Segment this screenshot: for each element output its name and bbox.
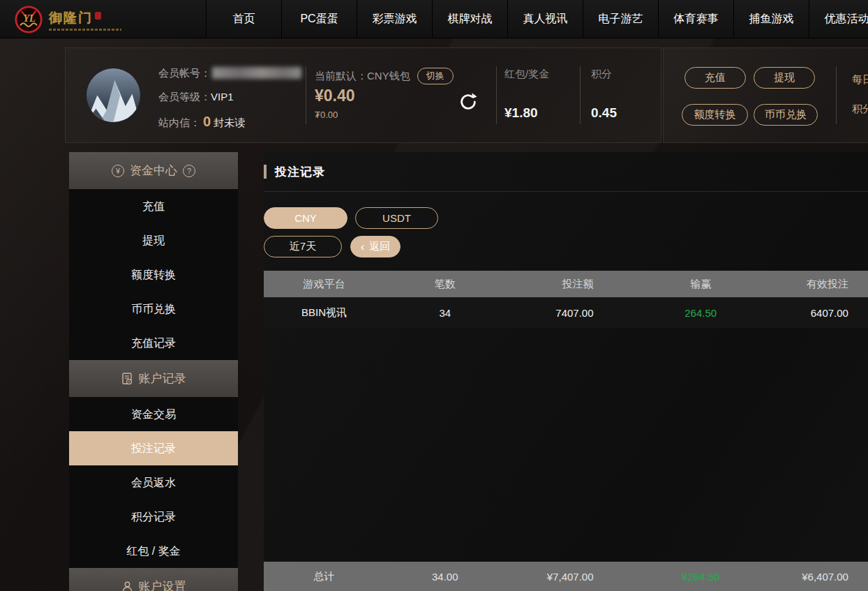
avatar-mountain-image bbox=[87, 68, 140, 122]
nav-menu: 首页 PC蛋蛋 彩票游戏 棋牌对战 真人视讯 电子游艺 体育赛事 捕鱼游戏 优惠… bbox=[206, 0, 868, 38]
summary-bet-amount: ¥7,407.00 bbox=[505, 562, 626, 591]
cell-bet-amount: 7407.00 bbox=[505, 297, 626, 328]
tab-usdt[interactable]: USDT bbox=[355, 207, 438, 229]
cell-win-loss: 264.50 bbox=[627, 297, 747, 328]
points-text: 积分 bbox=[852, 103, 868, 116]
account-label: 会员帐号： bbox=[158, 67, 211, 79]
cny-balance: ¥0.40 bbox=[315, 87, 355, 105]
nav-item-lottery[interactable]: 彩票游戏 bbox=[357, 0, 432, 38]
col-valid-bet: 有效投注 bbox=[747, 271, 868, 297]
nav-item-fishing[interactable]: 捕鱼游戏 bbox=[733, 0, 809, 38]
level-value: VIP1 bbox=[211, 91, 234, 103]
back-button[interactable]: ‹ 返回 bbox=[350, 236, 401, 257]
cell-valid-bet: 6407.00 bbox=[747, 297, 868, 328]
logo-emblem-icon: YL bbox=[14, 5, 43, 34]
site-logo[interactable]: YL 御隆门 bbox=[14, 3, 121, 36]
cell-count: 34 bbox=[384, 297, 505, 328]
ledger-icon: ¥ bbox=[121, 373, 133, 385]
col-bet-amount: 投注额 bbox=[505, 271, 626, 297]
bonus-value: ¥1.80 bbox=[504, 105, 538, 121]
deposit-button[interactable]: 充值 bbox=[684, 67, 746, 89]
tab-cny[interactable]: CNY bbox=[264, 207, 347, 229]
page-title-row: 投注记录 bbox=[264, 152, 868, 192]
title-accent-bar bbox=[264, 165, 267, 179]
sidebar-item-fund-transactions[interactable]: 资金交易 bbox=[69, 397, 238, 431]
nav-item-sports[interactable]: 体育赛事 bbox=[658, 0, 733, 38]
svg-text:YL: YL bbox=[23, 13, 36, 24]
sidebar-item-bet-records[interactable]: 投注记录 bbox=[69, 431, 238, 465]
nav-item-slots[interactable]: 电子游艺 bbox=[583, 0, 658, 38]
user-icon bbox=[121, 581, 133, 591]
points-value: 0.45 bbox=[591, 105, 617, 121]
sidebar-section-funds[interactable]: ¥ 资金中心 ? bbox=[69, 152, 238, 189]
sidebar-section-settings[interactable]: 账户设置 bbox=[69, 568, 238, 591]
logo-title: 御隆门 bbox=[49, 9, 93, 27]
cell-platform: BBIN视讯 bbox=[264, 297, 384, 328]
sidebar-item-deposit-records[interactable]: 充值记录 bbox=[69, 326, 238, 360]
col-win-loss: 输赢 bbox=[627, 271, 747, 297]
daily-text: 每日 bbox=[852, 73, 868, 87]
summary-win-loss: ¥264.50 bbox=[627, 562, 747, 591]
inbox-line[interactable]: 站内信：0封未读 bbox=[158, 114, 245, 130]
logo-seal-icon bbox=[95, 12, 101, 20]
quick-actions-panel: 充值 提现 额度转换 币币兑换 每日 积分 bbox=[663, 47, 868, 143]
table-row[interactable]: BBIN视讯 34 7407.00 264.50 6407.00 bbox=[264, 297, 868, 328]
withdraw-button[interactable]: 提现 bbox=[754, 67, 815, 89]
refresh-balance-button[interactable] bbox=[458, 91, 479, 112]
divider bbox=[306, 66, 306, 124]
table-summary-row: 总计 34.00 ¥7,407.00 ¥264.50 ¥6,407.00 bbox=[264, 562, 868, 591]
nav-item-promotions[interactable]: 优惠活动 bbox=[809, 0, 868, 38]
wallet-default-row: 当前默认：CNY钱包 切换 bbox=[315, 68, 454, 84]
filter-7days-button[interactable]: 近7天 bbox=[264, 236, 342, 257]
nav-item-pc[interactable]: PC蛋蛋 bbox=[281, 0, 357, 38]
wallet-switch-button[interactable]: 切换 bbox=[417, 68, 454, 84]
inbox-label: 站内信： bbox=[158, 117, 200, 128]
help-icon[interactable]: ? bbox=[183, 165, 195, 177]
page-root: YL 御隆门 首页 PC蛋蛋 彩票游戏 棋牌对战 真人视讯 电子游艺 体育赛事 … bbox=[0, 0, 868, 591]
sidebar-item-points-records[interactable]: 积分记录 bbox=[69, 500, 238, 534]
logo-subtext bbox=[49, 29, 121, 31]
transfer-button[interactable]: 额度转换 bbox=[682, 104, 748, 126]
summary-count: 34.00 bbox=[384, 562, 505, 591]
sidebar-item-deposit[interactable]: 充值 bbox=[69, 189, 238, 223]
usdt-balance: ₮0.00 bbox=[315, 110, 338, 120]
sidebar-section-records-title: 账户记录 bbox=[139, 371, 186, 387]
nav-item-home[interactable]: 首页 bbox=[206, 0, 281, 38]
sidebar-item-transfer[interactable]: 额度转换 bbox=[69, 257, 238, 292]
inbox-count: 0 bbox=[203, 114, 211, 129]
sidebar-section-settings-title: 账户设置 bbox=[139, 578, 186, 591]
sidebar-item-bonus[interactable]: 红包 / 奖金 bbox=[69, 534, 238, 568]
nav-item-board-games[interactable]: 棋牌对战 bbox=[432, 0, 507, 38]
back-button-label: 返回 bbox=[369, 240, 390, 253]
account-value-blurred bbox=[212, 67, 301, 79]
sidebar-item-exchange[interactable]: 币币兑换 bbox=[69, 292, 238, 326]
divider bbox=[496, 66, 497, 124]
refresh-icon bbox=[458, 91, 479, 112]
main-content: 投注记录 CNY USDT 近7天 ‹ 返回 游戏平台 笔数 投注额 输赢 有效… bbox=[264, 152, 868, 591]
sidebar: ¥ 资金中心 ? 充值 提现 额度转换 币币兑换 充值记录 ¥ 账户记录 资金交… bbox=[69, 152, 238, 591]
chevron-left-icon: ‹ bbox=[361, 241, 365, 253]
member-info-panel: 会员帐号： 会员等级：VIP1 站内信：0封未读 当前默认：CNY钱包 切换 ¥… bbox=[65, 47, 661, 143]
top-navigation: YL 御隆门 首页 PC蛋蛋 彩票游戏 棋牌对战 真人视讯 电子游艺 体育赛事 … bbox=[0, 0, 868, 38]
divider bbox=[580, 66, 581, 124]
exchange-button[interactable]: 币币兑换 bbox=[754, 104, 818, 126]
yuan-circle-icon: ¥ bbox=[112, 165, 124, 177]
sidebar-item-withdraw[interactable]: 提现 bbox=[69, 223, 238, 257]
col-game-platform: 游戏平台 bbox=[264, 271, 384, 297]
level-line: 会员等级：VIP1 bbox=[158, 91, 234, 104]
points-label: 积分 bbox=[591, 68, 612, 81]
sidebar-item-member-rebate[interactable]: 会员返水 bbox=[69, 465, 238, 500]
avatar bbox=[87, 68, 140, 122]
nav-item-live-casino[interactable]: 真人视讯 bbox=[507, 0, 583, 38]
summary-valid-bet: ¥6,407.00 bbox=[747, 562, 868, 591]
table-header-row: 游戏平台 笔数 投注额 输赢 有效投注 bbox=[264, 271, 868, 297]
page-title: 投注记录 bbox=[275, 164, 325, 180]
inbox-suffix: 封未读 bbox=[214, 117, 245, 128]
sidebar-section-records[interactable]: ¥ 账户记录 bbox=[69, 360, 238, 397]
wallet-default-label: 当前默认：CNY钱包 bbox=[315, 70, 410, 83]
level-label: 会员等级： bbox=[158, 91, 211, 103]
col-count: 笔数 bbox=[384, 271, 505, 297]
sidebar-section-funds-title: 资金中心 bbox=[130, 163, 177, 179]
account-line: 会员帐号： bbox=[158, 67, 301, 80]
divider bbox=[836, 66, 837, 124]
